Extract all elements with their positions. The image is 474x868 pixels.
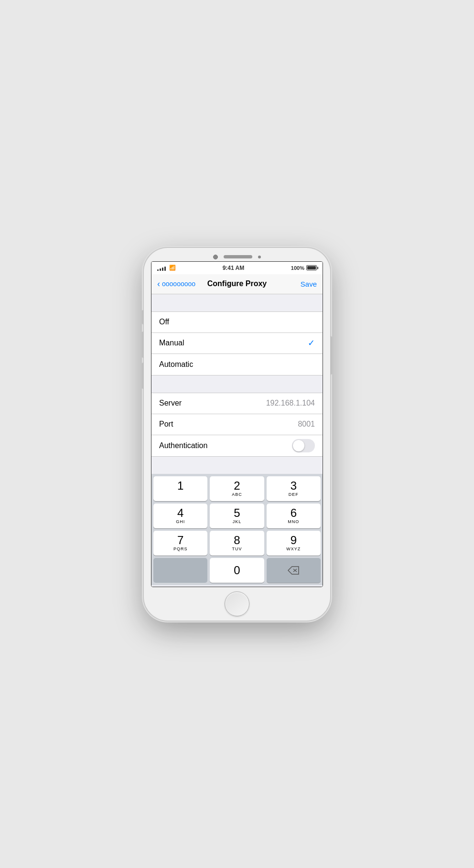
key-0-num: 0 (234, 565, 240, 576)
key-2[interactable]: 2 ABC (210, 476, 264, 501)
nav-title: Configure Proxy (203, 279, 271, 288)
proxy-automatic-label: Automatic (159, 360, 315, 369)
section-gap-2 (151, 457, 323, 474)
back-button[interactable]: ‹ ooooooooo (157, 280, 203, 288)
key-6[interactable]: 6 MNO (267, 504, 321, 528)
key-7-letters: PQRS (173, 547, 188, 551)
volume-down-button[interactable] (142, 363, 144, 389)
proxy-type-group: Off Manual ✓ Automatic (151, 311, 323, 375)
backspace-icon (288, 566, 299, 575)
proxy-manual-label: Manual (159, 339, 308, 347)
key-8[interactable]: 8 TUV (210, 531, 264, 556)
save-button[interactable]: Save (271, 280, 317, 288)
battery-fill (307, 266, 316, 269)
key-3-num: 3 (291, 480, 297, 492)
content-area: Off Manual ✓ Automatic Server 192.168.1.… (151, 294, 323, 587)
signal-bar-4 (164, 267, 166, 271)
nav-bar: ‹ ooooooooo Configure Proxy Save (151, 274, 323, 294)
toggle-thumb (293, 440, 304, 451)
port-row[interactable]: Port 8001 (151, 414, 323, 435)
key-6-letters: MNO (288, 519, 299, 524)
phone-screen: 📶 9:41 AM 100% ‹ ooooooooo Configure Pro… (151, 261, 323, 587)
status-right: 100% (291, 265, 317, 271)
key-4-letters: GHI (176, 519, 185, 524)
keyboard-row-3: 7 PQRS 8 TUV 9 WXYZ (151, 528, 323, 556)
wifi-icon: 📶 (169, 265, 176, 271)
home-button-area (225, 587, 249, 621)
proxy-automatic-row[interactable]: Automatic (151, 354, 323, 375)
key-9-num: 9 (291, 535, 297, 546)
volume-up-button[interactable] (142, 332, 144, 358)
proxy-manual-row[interactable]: Manual ✓ (151, 333, 323, 354)
back-label: ooooooooo (162, 280, 195, 288)
status-bar: 📶 9:41 AM 100% (151, 262, 323, 274)
section-gap-1 (151, 375, 323, 393)
key-4[interactable]: 4 GHI (153, 504, 207, 528)
power-button[interactable] (330, 336, 332, 375)
front-camera (213, 255, 218, 259)
key-8-letters: TUV (232, 547, 242, 551)
server-value: 192.168.1.104 (266, 399, 315, 407)
phone-frame: 📶 9:41 AM 100% ‹ ooooooooo Configure Pro… (144, 248, 330, 621)
signal-bar-3 (162, 268, 163, 271)
key-5[interactable]: 5 JKL (210, 504, 264, 528)
proxy-off-row[interactable]: Off (151, 312, 323, 333)
battery-icon (306, 265, 317, 270)
key-7[interactable]: 7 PQRS (153, 531, 207, 556)
port-value: 8001 (298, 420, 315, 429)
key-9-letters: WXYZ (286, 547, 301, 551)
keyboard-row-4: 0 (151, 556, 323, 585)
key-2-num: 2 (234, 480, 240, 492)
home-button[interactable] (225, 591, 249, 616)
key-5-num: 5 (234, 507, 240, 519)
signal-bar-1 (157, 269, 159, 271)
proxy-off-label: Off (159, 318, 315, 326)
key-4-num: 4 (177, 507, 183, 519)
section-header-top (151, 294, 323, 311)
proxy-settings-group: Server 192.168.1.104 Port 8001 Authentic… (151, 393, 323, 457)
key-1[interactable]: 1 (153, 476, 207, 501)
key-5-letters: JKL (233, 519, 242, 524)
earpiece-speaker (224, 255, 252, 258)
status-left: 📶 (157, 265, 176, 271)
chevron-left-icon: ‹ (157, 279, 160, 288)
backspace-key[interactable] (267, 558, 321, 583)
key-3-letters: DEF (289, 492, 299, 497)
server-row[interactable]: Server 192.168.1.104 (151, 393, 323, 414)
sensor (258, 256, 261, 258)
keyboard-row-1: 1 2 ABC 3 DEF (151, 474, 323, 501)
authentication-row[interactable]: Authentication (151, 435, 323, 456)
key-8-num: 8 (234, 535, 240, 546)
signal-icon (157, 265, 166, 271)
authentication-toggle[interactable] (292, 439, 315, 452)
key-1-letters (180, 492, 182, 497)
phone-top-area (144, 248, 330, 261)
server-label: Server (159, 399, 266, 407)
key-0[interactable]: 0 (210, 558, 264, 583)
signal-bar-2 (160, 268, 161, 271)
status-time: 9:41 AM (223, 265, 245, 271)
key-9[interactable]: 9 WXYZ (267, 531, 321, 556)
checkmark-icon: ✓ (308, 338, 315, 348)
mute-button[interactable] (142, 310, 144, 324)
numeric-keyboard: 1 2 ABC 3 DEF 4 GHI (151, 474, 323, 585)
authentication-label: Authentication (159, 441, 292, 450)
key-2-letters: ABC (232, 492, 242, 497)
key-1-num: 1 (177, 480, 183, 492)
keyboard-row-2: 4 GHI 5 JKL 6 MNO (151, 501, 323, 528)
port-label: Port (159, 420, 298, 429)
battery-percent: 100% (291, 265, 304, 271)
key-3[interactable]: 3 DEF (267, 476, 321, 501)
key-empty (153, 558, 207, 583)
top-hardware (213, 255, 261, 259)
key-6-num: 6 (291, 507, 297, 519)
key-7-num: 7 (177, 535, 183, 546)
